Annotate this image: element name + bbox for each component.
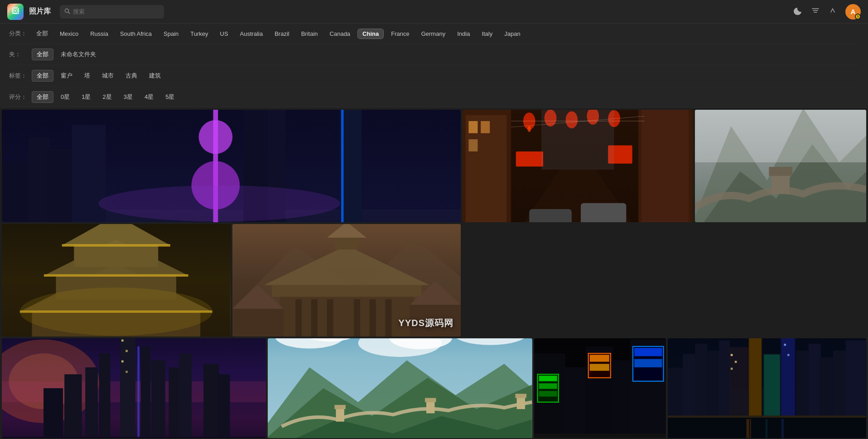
tag-window[interactable]: 窗户 [56,70,77,81]
tag-city[interactable]: 城市 [97,70,118,81]
cat-brazil[interactable]: Brazil [270,29,294,39]
app-logo [7,4,24,20]
rating-3[interactable]: 3星 [119,92,137,102]
rating-0[interactable]: 0星 [56,92,74,102]
folder-filter-items: 全部 未命名文件夹 [32,49,101,60]
search-box[interactable] [60,5,164,19]
topbar-right: A 5 [794,4,861,20]
svg-rect-80 [311,299,318,337]
tags-filter-items: 全部 窗户 塔 城市 古典 建筑 [32,70,165,82]
cat-france[interactable]: France [386,29,414,39]
svg-rect-43 [529,209,572,222]
avatar-badge: 5 [855,14,861,20]
cat-china[interactable]: China [357,29,384,39]
svg-rect-11 [48,149,74,222]
cat-south-africa[interactable]: South Africa [116,29,156,39]
cat-germany[interactable]: Germany [417,29,450,39]
svg-rect-89 [120,338,135,437]
category-filter-row: 分类： 全部 Mexico Russia South Africa Spain … [9,24,859,44]
svg-rect-94 [179,353,192,437]
svg-rect-172 [787,354,790,356]
rating-1[interactable]: 1星 [77,92,95,102]
svg-rect-10 [29,137,50,222]
svg-rect-97 [64,374,82,437]
svg-rect-95 [99,353,111,437]
svg-rect-91 [141,346,150,437]
svg-rect-140 [634,359,662,367]
svg-rect-177 [781,419,784,438]
topbar: 照片库 A 5 [0,0,868,24]
folder-filter-row: 夹： 全部 未命名文件夹 [9,44,859,65]
photo-shanghai[interactable] [2,110,461,222]
sort-icon[interactable] [828,6,837,17]
search-icon [64,8,70,15]
cat-australia[interactable]: Australia [236,29,268,39]
photo-temple-golden[interactable] [2,224,231,337]
rating-4[interactable]: 4星 [140,92,158,102]
rating-filter-row: 评分： 全部 0星 1星 2星 3星 4星 5星 [9,87,859,107]
filter-icon[interactable] [811,6,820,17]
svg-rect-169 [735,361,737,363]
cat-italy[interactable]: Italy [477,29,497,39]
svg-rect-20 [341,110,343,222]
rating-all[interactable]: 全部 [32,91,53,103]
svg-rect-83 [369,299,376,337]
cat-turkey[interactable]: Turkey [186,29,212,39]
svg-rect-168 [731,354,733,356]
rating-5[interactable]: 5星 [161,92,179,102]
svg-rect-45 [541,110,614,170]
cat-canada[interactable]: Canada [325,29,355,39]
svg-rect-170 [731,368,733,370]
avatar[interactable]: A 5 [845,4,861,20]
tag-all[interactable]: 全部 [32,70,53,82]
svg-rect-139 [634,348,662,356]
rating-2[interactable]: 2星 [98,92,116,102]
svg-rect-117 [336,408,344,422]
search-input[interactable] [73,8,159,15]
photo-greatwall-misty[interactable] [695,110,866,222]
cat-britain[interactable]: Britain [297,29,323,39]
cat-all[interactable]: 全部 [32,28,53,39]
photo-neon-city[interactable] [534,338,666,438]
tag-building[interactable]: 建筑 [145,70,165,81]
photo-overlay-text: YYDS源码网 [399,317,453,329]
cat-russia[interactable]: Russia [86,29,113,39]
category-filter-items: 全部 Mexico Russia South Africa Spain Turk… [32,28,525,39]
svg-rect-82 [353,299,360,337]
category-filter-label: 分类： [9,29,32,38]
svg-rect-70 [272,285,422,297]
svg-rect-99 [203,364,219,437]
svg-rect-103 [125,350,128,352]
svg-rect-132 [539,376,557,381]
rating-filter-label: 评分： [9,93,32,101]
svg-rect-59 [74,245,158,267]
folder-all[interactable]: 全部 [32,49,53,60]
svg-rect-137 [590,364,609,371]
cat-spain[interactable]: Spain [159,29,183,39]
svg-rect-51 [695,110,866,162]
svg-rect-129 [611,361,632,438]
svg-rect-50 [769,167,792,176]
svg-rect-133 [539,383,557,389]
svg-rect-105 [125,371,128,373]
tag-tower[interactable]: 塔 [80,70,95,81]
photo-beijing-dusk[interactable] [2,338,266,438]
svg-rect-27 [468,121,477,133]
tag-classic[interactable]: 古典 [121,70,142,81]
cat-india[interactable]: India [453,29,474,39]
svg-rect-121 [517,396,525,409]
svg-rect-136 [590,355,609,361]
svg-point-34 [527,126,531,132]
photo-night-river[interactable] [668,338,866,438]
svg-rect-92 [151,361,165,437]
folder-unnamed[interactable]: 未命名文件夹 [56,49,101,60]
photo-greatwall-green[interactable] [268,338,532,438]
svg-point-66 [20,288,212,336]
photo-row-2 [2,338,866,438]
cat-mexico[interactable]: Mexico [55,29,83,39]
cat-us[interactable]: US [216,29,233,39]
cat-japan[interactable]: Japan [500,29,525,39]
photo-palace[interactable]: YYDS源码网 [232,224,461,337]
moon-icon[interactable] [794,6,803,17]
photo-chinatown[interactable] [463,110,693,222]
